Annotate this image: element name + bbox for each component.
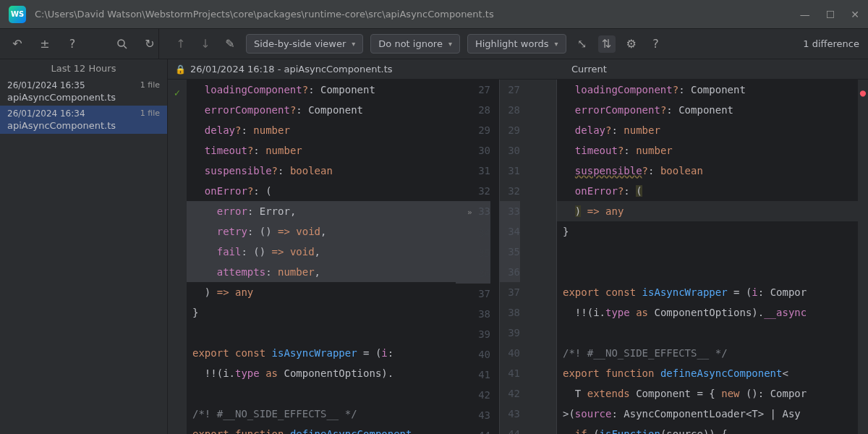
close-icon[interactable]: ✕ <box>851 9 859 20</box>
code-line[interactable]: export const isAsyncWrapper = (i: <box>187 343 456 363</box>
minimize-icon[interactable]: — <box>800 9 810 20</box>
code-line[interactable]: timeout?: number <box>557 140 858 161</box>
code-line[interactable]: >(source: AsyncComponentLoader<T> | Asy <box>557 404 858 424</box>
code-line[interactable]: /*! #__NO_SIDE_EFFECTS__ */ <box>187 404 456 424</box>
svg-point-0 <box>118 40 124 46</box>
help-icon[interactable]: ? <box>64 35 81 53</box>
titlebar: WS C:\Users\David Watson\WebstormProject… <box>0 0 868 29</box>
right-pane-title: Current <box>557 64 868 75</box>
code-line[interactable]: delay?: number <box>187 120 456 140</box>
sidebar-header: Last 12 Hours <box>0 59 167 77</box>
undo-icon[interactable]: ↶ <box>9 35 26 53</box>
right-code-pane[interactable]: loadingComponent?: Component errorCompon… <box>557 80 868 434</box>
lock-icon: 🔒 <box>175 64 186 75</box>
code-line[interactable]: retry: () => void, <box>187 221 456 242</box>
highlight-mode-dropdown[interactable]: Highlight words <box>467 34 566 54</box>
code-line[interactable]: } <box>557 221 858 242</box>
code-line[interactable] <box>557 262 858 282</box>
diff-count: 1 difference <box>803 38 859 49</box>
code-line[interactable] <box>557 242 858 262</box>
code-line[interactable]: !!(i.type as ComponentOptions). <box>187 363 456 383</box>
code-line[interactable]: onError?: ( <box>187 181 456 201</box>
code-line[interactable]: export const isAsyncWrapper = (i: Compor <box>557 282 858 302</box>
toolbar: ↶ ± ? ↻ ↑ ↓ ✎ Side-by-side viewer Do not… <box>0 29 868 59</box>
ignore-mode-dropdown[interactable]: Do not ignore <box>370 34 460 54</box>
gutter-center: 27282930313233343536373839404142434445 <box>499 80 557 434</box>
search-icon[interactable] <box>114 35 131 53</box>
code-line[interactable]: /*! #__NO_SIDE_EFFECTS__ */ <box>557 343 858 363</box>
code-line[interactable]: fail: () => void, <box>187 242 456 262</box>
settings-icon[interactable]: ⚙ <box>623 35 640 53</box>
diff-icon[interactable]: ± <box>36 35 54 53</box>
sync-scroll-icon[interactable]: ⇅ <box>598 35 616 53</box>
code-line[interactable]: export function defineAsyncComponent< <box>557 363 858 383</box>
code-line[interactable]: suspensible?: boolean <box>557 161 858 181</box>
maximize-icon[interactable]: ☐ <box>826 9 835 20</box>
code-line[interactable]: loadingComponent?: Component <box>187 80 456 100</box>
app-icon: WS <box>9 6 26 23</box>
edit-icon[interactable]: ✎ <box>221 35 239 53</box>
code-line[interactable]: if (isFunction(source)) { <box>557 424 858 434</box>
check-icon: ✓ <box>174 82 180 434</box>
code-line[interactable]: } <box>187 302 456 323</box>
code-line[interactable]: attempts: number, <box>187 262 456 282</box>
code-line[interactable] <box>557 323 858 343</box>
code-line[interactable]: timeout?: number <box>187 140 456 161</box>
code-line[interactable] <box>187 383 456 404</box>
history-sidebar: Last 12 Hours 26/01/2024 16:351 file api… <box>0 59 168 434</box>
code-line[interactable]: errorComponent?: Component <box>187 100 456 120</box>
history-item[interactable]: 26/01/2024 16:351 file apiAsyncComponent… <box>0 77 167 106</box>
code-line[interactable]: delay?: number <box>557 120 858 140</box>
code-line[interactable]: ) => any <box>187 282 456 302</box>
code-line[interactable]: !!(i.type as ComponentOptions).__async <box>557 302 858 323</box>
code-line[interactable]: suspensible?: boolean <box>187 161 456 181</box>
code-line[interactable]: onError?: ( <box>557 181 858 201</box>
history-item[interactable]: 26/01/2024 16:341 file apiAsyncComponent… <box>0 106 167 134</box>
left-code-pane[interactable]: ✓ loadingComponent?: Component errorComp… <box>168 80 499 434</box>
code-line[interactable]: errorComponent?: Component <box>557 100 858 120</box>
error-icon: ● <box>858 80 868 103</box>
code-line[interactable]: T extends Component = { new (): Compor <box>557 383 858 404</box>
code-line[interactable]: ) => any <box>557 201 858 221</box>
left-pane-title: 26/01/2024 16:18 - apiAsyncComponent.ts <box>190 64 393 75</box>
code-line[interactable] <box>187 323 456 343</box>
code-line[interactable]: loadingComponent?: Component <box>557 80 858 100</box>
next-diff-icon[interactable]: ↓ <box>197 35 214 53</box>
viewer-mode-dropdown[interactable]: Side-by-side viewer <box>246 34 363 54</box>
collapse-icon[interactable]: ⤡ <box>574 35 591 53</box>
refresh-icon[interactable]: ↻ <box>141 35 158 53</box>
prev-diff-icon[interactable]: ↑ <box>172 35 190 53</box>
svg-line-1 <box>124 46 127 48</box>
help2-icon[interactable]: ? <box>647 35 665 53</box>
code-line[interactable]: error: Error, <box>187 201 456 221</box>
code-line[interactable]: export function defineAsyncComponent <box>187 424 456 434</box>
file-path: C:\Users\David Watson\WebstormProjects\c… <box>35 9 800 20</box>
